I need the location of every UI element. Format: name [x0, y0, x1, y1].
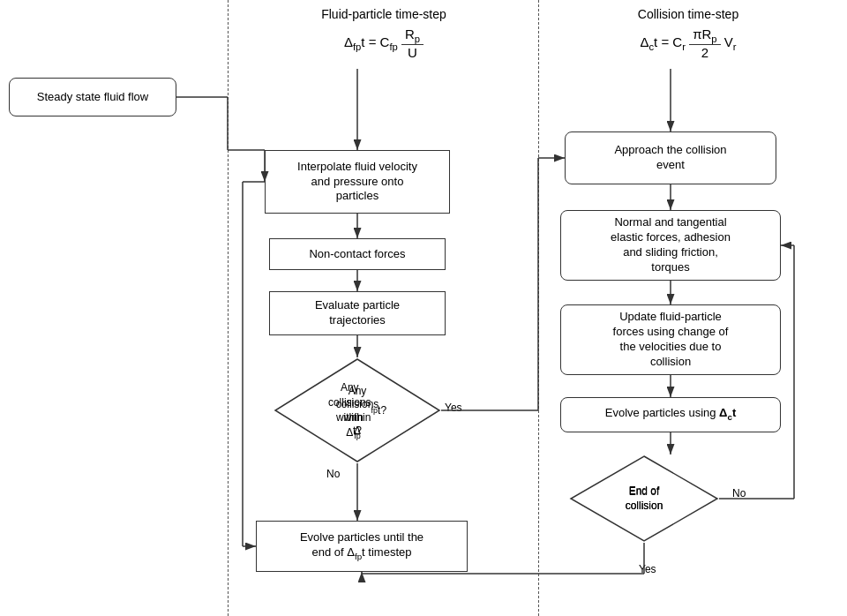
formula-right: Δct = Cr πRp2 Vr [551, 26, 825, 60]
normal-tangential-label: Normal and tangentialelastic forces, adh… [611, 215, 731, 275]
divider-left [228, 0, 229, 616]
svg-text:End of: End of [629, 485, 660, 498]
svg-text:Any: Any [349, 385, 367, 397]
svg-text:collisions: collisions [336, 398, 379, 410]
section-title-right: Collision time-step [547, 7, 829, 21]
evolve-end-box: Evolve particles until theend of Δfpt ti… [256, 521, 468, 572]
section-title-left: Fluid-particle time-step [238, 7, 529, 21]
evaluate-box: Evaluate particletrajectories [269, 291, 446, 335]
end-collision-diamond: End of collision [569, 454, 719, 543]
evolve-end-label: Evolve particles until theend of Δfpt ti… [300, 530, 424, 562]
divider-right [538, 0, 539, 616]
svg-marker-0 [275, 359, 439, 462]
steady-state-box: Steady state fluid flow [9, 78, 176, 116]
approach-label: Approach the collisionevent [614, 143, 726, 173]
interpolate-box: Interpolate fluid velocityand pressure o… [265, 150, 450, 214]
evolve-particles-label: Evolve particles using Δct [605, 406, 736, 423]
update-fluid-label: Update fluid-particleforces using change… [613, 310, 729, 370]
svg-text:within: within [343, 411, 371, 424]
normal-tangential-box: Normal and tangentialelastic forces, adh… [560, 210, 781, 281]
svg-text:collision: collision [626, 500, 663, 512]
collisions-diamond: Any collisions within Δ fp t? [274, 357, 441, 463]
yes-label-collisions: Yes [445, 402, 462, 414]
update-fluid-box: Update fluid-particleforces using change… [560, 304, 781, 375]
no-label-end-collision: No [732, 487, 746, 500]
yes-label-end-collision: Yes [639, 563, 656, 575]
non-contact-label: Non-contact forces [309, 247, 405, 262]
svg-marker-7 [571, 456, 717, 541]
no-label-collisions: No [326, 468, 340, 480]
interpolate-label: Interpolate fluid velocityand pressure o… [297, 160, 417, 205]
flowchart-diagram: Fluid-particle time-step Collision time-… [0, 0, 847, 616]
evolve-particles-box: Evolve particles using Δct [560, 397, 781, 432]
approach-box: Approach the collisionevent [565, 131, 776, 184]
steady-state-label: Steady state fluid flow [37, 90, 148, 105]
evaluate-label: Evaluate particletrajectories [315, 298, 400, 328]
svg-text:t?: t? [353, 424, 362, 437]
formula-left: Δfpt = Cfp RpU [247, 26, 521, 60]
non-contact-box: Non-contact forces [269, 238, 446, 270]
